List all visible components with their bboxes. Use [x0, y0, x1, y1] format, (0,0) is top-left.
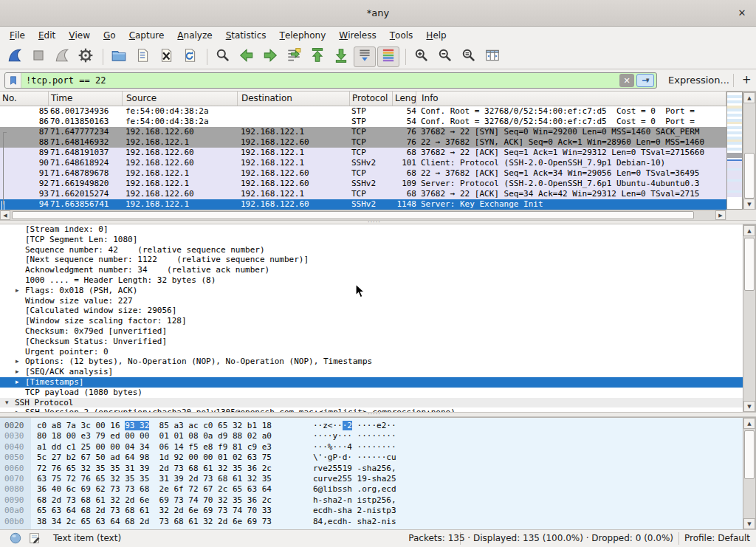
details-scroll-thumb[interactable] [744, 238, 755, 291]
menu-view[interactable]: View [62, 27, 97, 44]
filter-clear-button[interactable]: ✕ [619, 74, 634, 87]
hex-row-0060[interactable]: 006072 76 65 32 35 35 31 39 2d 73 68 61 … [0, 464, 743, 474]
menu-statistics[interactable]: Statistics [219, 27, 273, 44]
detail-line-16[interactable]: TCP payload (1080 bytes) [0, 388, 743, 398]
expression-button[interactable]: Expression... [668, 75, 729, 86]
hex-row-0020[interactable]: 0020c0 a8 7a 3c 00 16 93 32 85 a3 ac c0 … [0, 421, 743, 431]
scroll-right-icon[interactable]: ▶ [715, 210, 726, 220]
close-file-button[interactable] [155, 47, 177, 67]
menu-wireless[interactable]: Wireless [332, 27, 382, 44]
stop-capture-button[interactable] [27, 47, 49, 67]
hex-row-0090[interactable]: 009068 2d 73 68 61 32 2d 6e 69 73 74 70 … [0, 495, 743, 506]
reload-file-button[interactable] [179, 47, 201, 67]
packet-list-header[interactable]: No.TimeSourceDestinationProtocolLengthIn… [0, 92, 726, 106]
detail-line-3[interactable]: [Next sequence number: 1122 (relative se… [0, 255, 743, 265]
detail-line-10[interactable]: Checksum: 0x79ed [unverified] [0, 326, 743, 337]
go-forward-button[interactable] [259, 47, 281, 67]
filter-bookmark-icon[interactable] [5, 73, 21, 88]
hex-vertical-scrollbar[interactable]: ▲ ▼ [743, 417, 756, 529]
capture-comment-icon[interactable] [28, 531, 43, 546]
detail-line-4[interactable]: Acknowledgment number: 34 (relative ack … [0, 265, 743, 275]
packet-row-89[interactable]: 8971.648191037192.168.122.60192.168.122.… [0, 148, 726, 158]
column-header-source[interactable]: Source [124, 92, 238, 106]
close-window-button[interactable]: ✕ [735, 7, 749, 20]
detail-line-5[interactable]: 1000 .... = Header Length: 32 bytes (8) [0, 275, 743, 286]
colorize-button[interactable] [377, 47, 399, 67]
scroll-down-icon[interactable]: ▼ [743, 518, 755, 529]
menu-edit[interactable]: Edit [32, 27, 62, 44]
menu-tools[interactable]: Tools [383, 27, 420, 44]
packet-row-85[interactable]: 8568.001734936fe:54:00:d4:38:2aSTP54Conf… [0, 106, 726, 117]
display-filter-input[interactable]: !tcp.port == 22 ✕ → [4, 72, 657, 89]
column-header-info[interactable]: Info [419, 92, 726, 106]
hex-row-0070[interactable]: 007063 75 72 76 65 32 35 35 31 39 2d 73 … [0, 474, 743, 484]
go-bottom-button[interactable] [330, 47, 352, 67]
add-filter-button[interactable]: + [742, 73, 752, 86]
go-top-button[interactable] [306, 47, 329, 67]
zoom-100-button[interactable] [458, 47, 480, 67]
zoom-out-button[interactable] [434, 47, 456, 67]
hex-row-0080[interactable]: 008036 40 6c 69 62 73 73 68 2e 6f 72 67 … [0, 484, 743, 495]
filter-apply-button[interactable]: → [636, 74, 654, 87]
expert-info-icon[interactable] [9, 531, 24, 546]
detail-line-12[interactable]: Urgent pointer: 0 [0, 347, 743, 357]
column-header-length[interactable]: Length [393, 92, 416, 106]
save-file-button[interactable] [131, 47, 154, 67]
detail-line-13[interactable]: ▸Options: (12 bytes), No-Operation (NOP)… [0, 357, 743, 367]
start-capture-button[interactable] [4, 47, 26, 67]
filter-history-dropdown[interactable]: ▾ [646, 76, 650, 83]
scroll-down-icon[interactable]: ▼ [743, 401, 755, 412]
packet-row-87[interactable]: 8771.647777234192.168.122.60192.168.122.… [0, 127, 726, 137]
detail-line-8[interactable]: [Calculated window size: 29056] [0, 306, 743, 316]
packet-row-93[interactable]: 9371.662015274192.168.122.60192.168.122.… [0, 189, 726, 199]
expanded-arrow-icon[interactable]: ▾ [5, 398, 9, 408]
find-packet-button[interactable] [212, 47, 234, 67]
auto-scroll-button[interactable] [354, 47, 376, 67]
menu-capture[interactable]: Capture [123, 27, 171, 44]
hex-row-00a0[interactable]: 00a065 63 64 68 2d 73 68 61 32 2d 6e 69 … [0, 506, 743, 516]
packet-list-horizontal-scrollbar[interactable]: ◀ ▶ [0, 210, 726, 220]
packet-row-94[interactable]: 9471.663856741192.168.122.1192.168.122.6… [0, 199, 726, 210]
hex-row-0040[interactable]: 0040a1 dd c1 25 00 00 04 34 06 14 f5 e8 … [0, 442, 743, 453]
detail-line-0[interactable]: [Stream index: 0] [0, 224, 743, 235]
hex-row-0050[interactable]: 00505c 27 b2 67 50 ad 64 98 1d 92 00 00 … [0, 453, 743, 463]
column-header-time[interactable]: Time [49, 92, 123, 106]
restart-capture-button[interactable] [51, 47, 73, 67]
detail-line-7[interactable]: Window size value: 227 [0, 296, 743, 306]
packet-row-91[interactable]: 9171.648789678192.168.122.1192.168.122.6… [0, 168, 726, 179]
menu-analyze[interactable]: Analyze [171, 27, 219, 44]
capture-options-button[interactable] [75, 47, 97, 67]
collapsed-arrow-icon[interactable]: ▸ [16, 377, 19, 388]
hex-row-00b0[interactable]: 00b038 34 2c 65 63 64 68 2d 73 68 61 32 … [0, 517, 743, 527]
collapsed-arrow-icon[interactable]: ▸ [16, 367, 19, 377]
packet-list-scroll-thumb[interactable] [744, 153, 755, 199]
hex-scroll-thumb[interactable] [744, 430, 755, 479]
hex-row-0030[interactable]: 003080 18 00 e3 79 ed 00 00 01 01 08 0a … [0, 431, 743, 441]
detail-line-6[interactable]: ▸Flags: 0x018 (PSH, ACK) [0, 286, 743, 296]
zoom-in-button[interactable] [410, 47, 433, 67]
scroll-left-icon[interactable]: ◀ [0, 210, 10, 220]
scroll-down-icon[interactable]: ▼ [743, 199, 755, 210]
packet-row-86[interactable]: 8670.013850163fe:54:00:d4:38:2aSTP54Conf… [0, 117, 726, 127]
packet-row-88[interactable]: 8871.648146932192.168.122.1192.168.122.6… [0, 137, 726, 148]
pane-splitter-bottom[interactable]: ····· [0, 412, 756, 417]
filter-text[interactable]: !tcp.port == 22 [21, 75, 619, 86]
resize-columns-button[interactable] [481, 47, 504, 67]
detail-line-15[interactable]: ▸[Timestamps] [0, 377, 743, 388]
detail-line-2[interactable]: Sequence number: 42 (relative sequence n… [0, 245, 743, 255]
menu-go[interactable]: Go [97, 27, 123, 44]
go-back-button[interactable] [236, 47, 258, 67]
go-to-packet-button[interactable] [283, 47, 305, 67]
packet-list-vertical-scrollbar[interactable]: ▲ ▼ [743, 92, 756, 210]
details-vertical-scrollbar[interactable]: ▲ ▼ [743, 224, 756, 412]
detail-line-11[interactable]: [Checksum Status: Unverified] [0, 337, 743, 347]
packet-list-hscroll-thumb[interactable] [12, 211, 694, 219]
menu-file[interactable]: File [3, 27, 32, 44]
detail-line-17[interactable]: ▾SSH Protocol [0, 398, 743, 408]
menu-help[interactable]: Help [419, 27, 453, 44]
menu-telephony[interactable]: Telephony [273, 27, 333, 44]
packet-row-92[interactable]: 9271.661949820192.168.122.1192.168.122.6… [0, 179, 726, 189]
collapsed-arrow-icon[interactable]: ▸ [16, 286, 19, 296]
detail-line-14[interactable]: ▸[SEQ/ACK analysis] [0, 367, 743, 377]
intelligent-scrollbar-minimap[interactable] [726, 92, 743, 210]
